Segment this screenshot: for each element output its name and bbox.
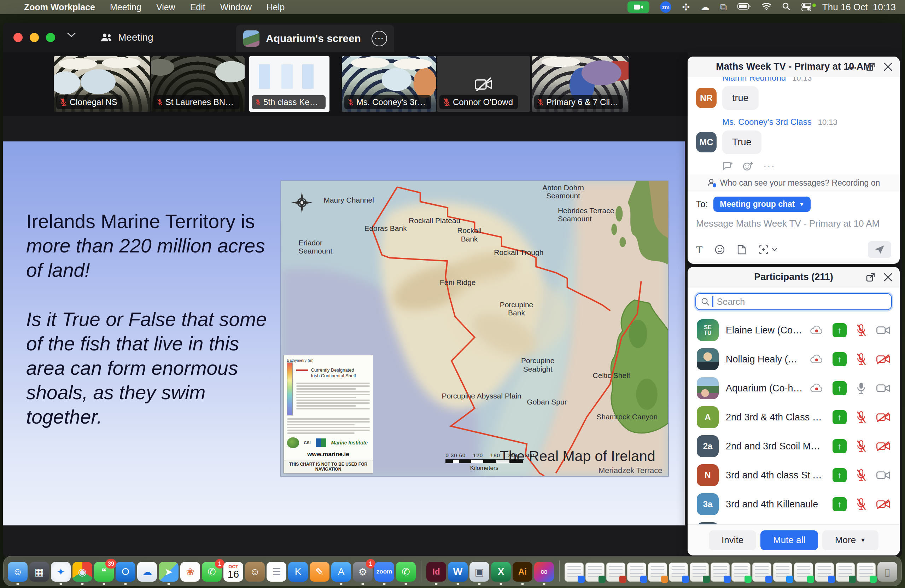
dock-item[interactable] bbox=[648, 563, 667, 582]
mute-all-button[interactable]: Mute all bbox=[761, 530, 818, 550]
menubar-clock[interactable]: Thu 16 Oct 10:13 bbox=[822, 2, 896, 13]
recipient-selector[interactable]: Meeting group chat ▼ bbox=[713, 197, 811, 212]
battery-icon[interactable] bbox=[737, 3, 751, 11]
participant-row[interactable]: 2a 2nd and 3rd Scoil Mhuire ↑ bbox=[687, 432, 900, 461]
dock-item[interactable] bbox=[711, 563, 730, 582]
send-button[interactable] bbox=[868, 241, 891, 258]
popout-icon[interactable] bbox=[866, 272, 876, 282]
close-icon[interactable] bbox=[883, 62, 892, 72]
format-text-icon[interactable]: T bbox=[696, 244, 702, 256]
dock-item[interactable] bbox=[565, 563, 584, 582]
dock-item[interactable] bbox=[421, 560, 421, 582]
dock-item[interactable]: ∞ bbox=[534, 562, 554, 582]
emoji-reaction-icon[interactable] bbox=[743, 161, 753, 171]
dock-item[interactable] bbox=[559, 560, 560, 582]
camera-active-icon[interactable] bbox=[627, 2, 649, 13]
menu-window[interactable]: Window bbox=[220, 2, 252, 13]
dock-item[interactable] bbox=[732, 563, 751, 582]
dock-item[interactable]: ▯ bbox=[877, 562, 897, 582]
menu-view[interactable]: View bbox=[156, 2, 175, 13]
chevron-down-icon[interactable] bbox=[772, 248, 777, 252]
dock-item[interactable] bbox=[606, 563, 626, 582]
menu-app-name[interactable]: Zoom Workplace bbox=[24, 2, 95, 13]
reply-icon[interactable] bbox=[722, 161, 733, 171]
dock-item[interactable]: ➤ bbox=[159, 562, 178, 582]
dock-item[interactable]: ◉ bbox=[73, 562, 92, 582]
sender-name[interactable]: Ms. Cooney's 3rd Class bbox=[722, 117, 812, 127]
minimize-window-button[interactable] bbox=[30, 33, 39, 42]
menu-edit[interactable]: Edit bbox=[190, 2, 205, 13]
dock-item[interactable]: OCT 16 bbox=[224, 562, 243, 582]
search-input[interactable] bbox=[716, 296, 886, 307]
dock-item[interactable] bbox=[794, 563, 813, 582]
dock-item[interactable]: X bbox=[491, 562, 511, 582]
dock-item[interactable] bbox=[669, 563, 688, 582]
dock-item[interactable]: ☰ bbox=[267, 562, 286, 582]
privacy-banner[interactable]: Who can see your messages? Recording on bbox=[687, 175, 900, 191]
dock-item[interactable]: Ai bbox=[513, 562, 532, 582]
dock-item[interactable]: ▣ bbox=[470, 562, 489, 582]
screenshot-icon[interactable] bbox=[758, 244, 769, 255]
dock-item[interactable] bbox=[627, 563, 646, 582]
video-tile[interactable]: Connor O'Dowd bbox=[437, 56, 530, 112]
dock-item[interactable]: ✆ 1 bbox=[202, 562, 222, 582]
menu-meeting[interactable]: Meeting bbox=[110, 2, 141, 13]
dock-item[interactable]: Id bbox=[426, 562, 446, 582]
video-tile[interactable]: St Laurenes BNS Still... bbox=[151, 56, 245, 112]
dock-item[interactable]: ⚙ 1 bbox=[353, 562, 373, 582]
dock-item[interactable] bbox=[773, 563, 792, 582]
chevron-down-icon[interactable] bbox=[67, 32, 76, 40]
participant-row[interactable]: SE TU Elaine Liew (Co-host, me) ↑ bbox=[687, 316, 900, 345]
invite-button[interactable]: Invite bbox=[709, 530, 756, 550]
file-attach-icon[interactable] bbox=[737, 244, 746, 255]
dock-item[interactable]: ☺ bbox=[245, 562, 265, 582]
dock-item[interactable]: zoom bbox=[375, 562, 394, 582]
dock-item[interactable] bbox=[836, 563, 855, 582]
dock-item[interactable]: W bbox=[448, 562, 468, 582]
participant-row[interactable]: Nollaig Healy (Host) ↑ bbox=[687, 345, 900, 374]
participant-row[interactable]: ↑ bbox=[687, 519, 900, 524]
tab-aquariums-screen[interactable]: Aquarium's screen ··· bbox=[236, 25, 394, 52]
tab-meeting[interactable]: Meeting bbox=[91, 22, 163, 52]
sender-name[interactable]: Niamh Redmond bbox=[722, 77, 786, 83]
video-tile[interactable]: Primary 6 & 7 Clintyclay bbox=[532, 56, 629, 112]
onedrive-icon[interactable]: ☁ bbox=[700, 2, 710, 13]
dock-item[interactable]: K bbox=[288, 562, 308, 582]
dock-item[interactable]: ❀ bbox=[180, 562, 200, 582]
dock-item[interactable]: ☺ bbox=[8, 562, 28, 582]
menu-help[interactable]: Help bbox=[267, 2, 284, 13]
fullscreen-window-button[interactable] bbox=[46, 33, 55, 42]
popout-icon[interactable] bbox=[866, 62, 876, 72]
emoji-picker-icon[interactable] bbox=[714, 244, 725, 255]
dock-item[interactable]: O bbox=[116, 562, 135, 582]
video-tile[interactable]: Ms. Cooney's 3rd Class bbox=[342, 56, 436, 112]
video-tile[interactable]: Clonegal NS bbox=[54, 56, 150, 112]
participant-row[interactable]: N 3rd and 4th class St Attractas N.S. ↑ bbox=[687, 461, 900, 490]
dock-item[interactable]: ✎ bbox=[310, 562, 329, 582]
wifi-icon[interactable] bbox=[762, 3, 772, 12]
search-icon[interactable] bbox=[782, 2, 791, 12]
dock-item[interactable] bbox=[586, 563, 605, 582]
dock-item[interactable] bbox=[815, 563, 834, 582]
more-button[interactable]: More ▼ bbox=[822, 530, 878, 550]
close-window-button[interactable] bbox=[13, 33, 23, 42]
close-icon[interactable] bbox=[883, 273, 892, 282]
dock-item[interactable]: ✦ bbox=[51, 562, 71, 582]
message-input[interactable]: Message Maths Week TV - Primary at 10 AM bbox=[696, 218, 891, 229]
more-icon[interactable]: ··· bbox=[763, 161, 775, 172]
zoom-menubar-icon[interactable]: zm bbox=[660, 2, 671, 13]
dock-item[interactable] bbox=[690, 563, 709, 582]
dock-item[interactable] bbox=[857, 563, 876, 582]
video-tile[interactable]: 5th class Kealkill NS bbox=[249, 56, 329, 112]
creative-cloud-icon[interactable]: ✣ bbox=[682, 2, 690, 13]
dock-item[interactable]: ✆ bbox=[396, 562, 416, 582]
participant-row[interactable]: 3a 3rd and 4th Killenaule ↑ bbox=[687, 490, 900, 519]
screen-capture-icon[interactable]: ⧉ bbox=[720, 2, 727, 13]
tab-more-options-button[interactable]: ··· bbox=[372, 31, 387, 46]
dock-item[interactable]: A bbox=[331, 562, 351, 582]
participant-row[interactable]: A 2nd 3rd & 4th Class Kilkea N.S. ↑ bbox=[687, 403, 900, 432]
dock-item[interactable]: ❝ 39 bbox=[94, 562, 114, 582]
dock-item[interactable]: ▦ bbox=[29, 562, 49, 582]
dock-item[interactable]: ☁ bbox=[137, 562, 157, 582]
control-center-icon[interactable] bbox=[801, 3, 812, 11]
